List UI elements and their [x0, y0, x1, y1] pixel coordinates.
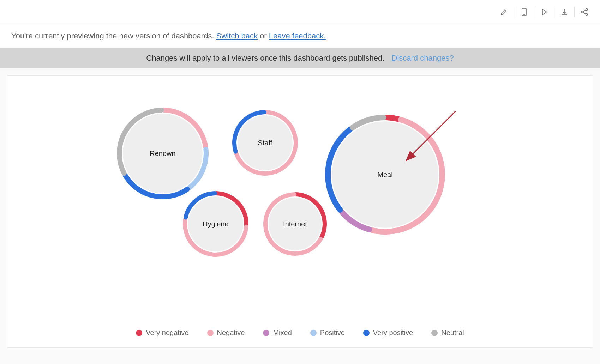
donut-internet[interactable]: Internet	[263, 192, 327, 256]
preview-or-text: or	[260, 31, 269, 40]
toolbar-divider	[574, 7, 575, 17]
switch-back-link[interactable]: Switch back	[216, 31, 258, 40]
legend-label: Mixed	[273, 329, 292, 337]
legend-item[interactable]: Very negative	[136, 329, 188, 337]
svg-line-7	[583, 12, 586, 14]
toolbar-divider	[514, 7, 514, 17]
donut-renown[interactable]: Renown	[117, 108, 209, 199]
donut-hygiene[interactable]: Hygiene	[183, 191, 248, 257]
publish-message: Changes will apply to all viewers once t…	[146, 54, 384, 62]
legend-item[interactable]: Negative	[207, 329, 245, 337]
legend-dot	[363, 330, 370, 336]
legend-dot	[431, 330, 438, 336]
svg-point-12	[188, 196, 243, 251]
svg-point-10	[238, 115, 293, 170]
legend-label: Very negative	[146, 329, 188, 337]
publish-bar: Changes will apply to all viewers once t…	[0, 48, 600, 68]
chart-panel: RenownStaffHygieneInternetMeal Very nega…	[7, 75, 593, 348]
discard-changes-link[interactable]: Discard changes?	[392, 54, 454, 62]
leave-feedback-link[interactable]: Leave feedback.	[269, 31, 326, 40]
legend-label: Negative	[217, 329, 245, 337]
legend-dot	[263, 330, 269, 336]
donut-staff[interactable]: Staff	[232, 110, 298, 176]
legend-label: Neutral	[441, 329, 464, 337]
chart-area: RenownStaffHygieneInternetMeal	[18, 83, 582, 280]
preview-prefix-text: You're currently previewing the new vers…	[11, 31, 216, 40]
top-toolbar	[0, 0, 600, 24]
legend-label: Positive	[320, 329, 345, 337]
donut-meal[interactable]: Meal	[325, 115, 445, 235]
download-icon[interactable]	[556, 5, 573, 19]
edit-icon[interactable]	[496, 5, 512, 19]
legend-item[interactable]: Positive	[310, 329, 345, 337]
legend-dot	[310, 330, 317, 336]
svg-point-14	[269, 198, 322, 250]
mobile-icon[interactable]	[516, 5, 533, 19]
svg-line-6	[583, 10, 586, 12]
legend-dot	[136, 330, 142, 336]
legend-item[interactable]: Neutral	[431, 329, 464, 337]
toolbar-divider	[534, 7, 534, 17]
svg-point-16	[332, 121, 438, 228]
svg-marker-2	[542, 9, 547, 15]
play-icon[interactable]	[536, 5, 553, 19]
share-icon[interactable]	[576, 5, 593, 19]
legend-item[interactable]: Very positive	[363, 329, 413, 337]
legend-label: Very positive	[373, 329, 413, 337]
legend-item[interactable]: Mixed	[263, 329, 292, 337]
panel-wrap: RenownStaffHygieneInternetMeal Very nega…	[0, 68, 600, 355]
legend: Very negativeNegativeMixedPositiveVery p…	[7, 329, 593, 337]
preview-banner: You're currently previewing the new vers…	[0, 24, 600, 48]
svg-point-8	[123, 114, 203, 193]
toolbar-divider	[554, 7, 554, 17]
legend-dot	[207, 330, 214, 336]
